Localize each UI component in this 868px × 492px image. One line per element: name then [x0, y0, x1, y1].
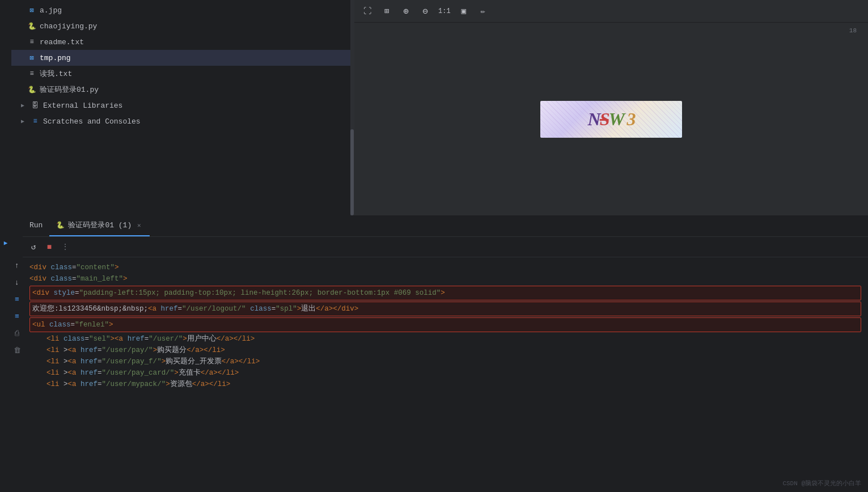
image-viewer-panel: ⛶ ⊞ ⊕ ⊖ 1:1 ▣ ✏ 18 NSW 3 — [354, 0, 868, 215]
run-tab-label: Run — [29, 221, 43, 230]
console-line-2: <div class = "main_left" > — [29, 273, 861, 285]
image-file-icon: ⊠ — [27, 6, 36, 15]
run-tab-login[interactable]: 🐍 验证码登录01 (1) ✕ — [49, 215, 150, 236]
preview-text: NSW 3 — [588, 109, 635, 130]
image-toolbar: ⛶ ⊞ ⊕ ⊖ 1:1 ▣ ✏ — [354, 0, 868, 23]
scratches-folder-icon: ≡ — [31, 117, 40, 126]
more-options-button[interactable]: ⋮ — [59, 241, 71, 253]
file-tree-scrollbar-thumb[interactable] — [350, 129, 354, 215]
stop-button[interactable]: ■ — [43, 241, 56, 253]
left-sidebar-icons: ▶ — [0, 0, 11, 492]
run-equal-icon-1[interactable]: ≡ — [12, 295, 22, 304]
run-tab-login-label: 验证码登录01 (1) — [68, 220, 132, 230]
file-item-chaojiying[interactable]: 🐍 chaojiying.py — [11, 18, 354, 34]
top-section: ⊠ a.jpg 🐍 chaojiying.py ≡ readme.txt ⊠ t… — [11, 0, 868, 215]
zoom-ratio-label: 1:1 — [438, 7, 451, 15]
console-line-9: <li > <a href = "/user/pay_card/" > 充值卡 … — [29, 367, 861, 379]
main-container: ⊠ a.jpg 🐍 chaojiying.py ≡ readme.txt ⊠ t… — [11, 0, 868, 492]
console-line-1: <div class = "content" > — [29, 262, 861, 273]
run-up-icon[interactable]: ↑ — [12, 261, 22, 270]
run-print-icon[interactable]: ⎙ — [12, 329, 22, 338]
console-output: <div class = "content" > <div class = "m… — [23, 257, 868, 492]
run-tab-run[interactable]: Run — [23, 215, 49, 236]
file-name-readme: readme.txt — [40, 38, 84, 46]
s-letter: S — [600, 109, 609, 129]
png-file-icon: ⊠ — [27, 53, 36, 62]
file-tree-scroll: ⊠ a.jpg 🐍 chaojiying.py ≡ readme.txt ⊠ t… — [11, 0, 354, 129]
file-item-tmppng[interactable]: ⊠ tmp.png — [11, 50, 354, 66]
rerun-button[interactable]: ↺ — [27, 241, 40, 253]
crop-tool-button[interactable]: ⊞ — [380, 5, 393, 18]
run-tab-close-button[interactable]: ✕ — [135, 221, 143, 229]
python-file-icon: 🐍 — [27, 22, 36, 31]
run-tabs: Run 🐍 验证码登录01 (1) ✕ — [23, 215, 868, 237]
image-content: 18 NSW 3 — [354, 23, 868, 215]
file-item-login[interactable]: 🐍 验证码登录01.py — [11, 82, 354, 97]
python-tab-icon: 🐍 — [56, 221, 65, 230]
file-name-chaojiying: chaojiying.py — [40, 22, 97, 31]
file-item-scratches[interactable]: ▶ ≡ Scratches and Consoles — [11, 113, 354, 129]
console-line-3: <div style = "padding-left:15px; padding… — [29, 286, 861, 300]
arrow-right-icon[interactable]: ▶ — [1, 238, 10, 247]
file-tree-panel: ⊠ a.jpg 🐍 chaojiying.py ≡ readme.txt ⊠ t… — [11, 0, 354, 215]
n-letter: N — [588, 109, 600, 129]
console-line-5: <ul class = "fenlei" > — [29, 317, 861, 332]
actual-size-button[interactable]: ▣ — [458, 5, 470, 18]
chevron-right-icon: ▶ — [18, 101, 27, 110]
fit-to-window-button[interactable]: ⛶ — [361, 5, 374, 18]
file-item-ajpg[interactable]: ⊠ a.jpg — [11, 2, 354, 18]
file-item-readme-cn[interactable]: ≡ 读我.txt — [11, 66, 354, 82]
run-toolbar: ↺ ■ ⋮ — [23, 237, 868, 257]
run-trash-icon[interactable]: 🗑 — [12, 346, 22, 355]
python-file-icon-2: 🐍 — [27, 85, 36, 94]
file-name-readme-cn: 读我.txt — [40, 69, 72, 79]
console-line-10: <li > <a href = "/user/mypack/" > 资源包 </… — [29, 379, 861, 390]
run-down-icon[interactable]: ↓ — [12, 278, 22, 287]
library-folder-icon: 🗄 — [31, 101, 40, 110]
eyedropper-button[interactable]: ✏ — [477, 5, 489, 18]
file-tree-scrollbar[interactable] — [350, 0, 354, 215]
text-file-icon: ≡ — [27, 37, 36, 46]
file-name-ajpg: a.jpg — [40, 6, 62, 15]
text-file-icon-2: ≡ — [27, 69, 36, 78]
console-line-4: 欢迎您:ls1233456&nbsp;&nbsp; <a href = "/us… — [29, 302, 861, 316]
console-line-7: <li > <a href = "/user/pay/" > 购买题分 </a>… — [29, 345, 861, 356]
chevron-right-icon-2: ▶ — [18, 117, 27, 126]
three-char: 3 — [626, 109, 634, 129]
file-name-tmppng: tmp.png — [40, 54, 71, 62]
w-letter: W — [609, 109, 624, 129]
run-equal-icon-2[interactable]: ≡ — [12, 312, 22, 321]
pixel-info: 18 — [849, 27, 857, 34]
csdn-watermark: CSDN @脑袋不灵光的小白羊 — [782, 479, 861, 487]
folder-name-ext-libs: External Libraries — [43, 101, 122, 110]
file-item-ext-libs[interactable]: ▶ 🗄 External Libraries — [11, 97, 354, 113]
zoom-out-button[interactable]: ⊖ — [419, 5, 431, 18]
file-item-readme[interactable]: ≡ readme.txt — [11, 34, 354, 50]
console-line-6: <li class = "sel" ><a href = "/user/" > … — [29, 333, 861, 345]
console-line-8: <li > <a href = "/user/pay_f/" > 购买题分_开发… — [29, 356, 861, 367]
image-preview: NSW 3 — [540, 101, 682, 138]
console-area: Run 🐍 验证码登录01 (1) ✕ ↺ ■ ⋮ <div c — [23, 215, 868, 492]
zoom-in-button[interactable]: ⊕ — [400, 5, 412, 18]
file-name-login: 验证码登录01.py — [40, 84, 99, 95]
bottom-section-wrapper: ↑ ↓ ≡ ≡ ⎙ 🗑 Run 🐍 验证码登录01 (1) ✕ — [11, 215, 868, 492]
folder-name-scratches: Scratches and Consoles — [43, 117, 141, 126]
